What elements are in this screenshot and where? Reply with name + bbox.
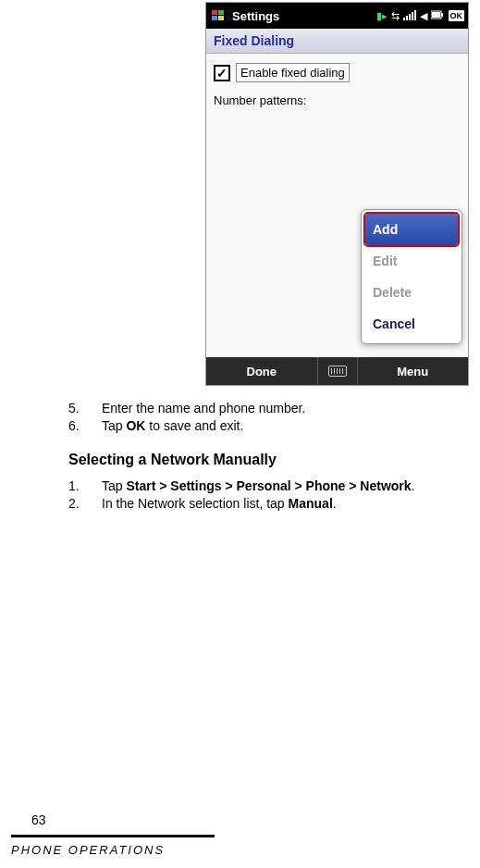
app-body: ✓ Enable fixed dialing Number patterns: … — [206, 54, 468, 357]
windows-start-icon[interactable] — [210, 7, 227, 24]
number-patterns-label: Number patterns: — [214, 93, 461, 107]
status-title: Settings — [232, 9, 279, 23]
softkey-bar: Done Menu — [206, 357, 468, 385]
step-1: 1. Tap Start > Settings > Personal > Pho… — [68, 478, 480, 495]
footer-section-title: Phone Operations — [11, 843, 165, 857]
svg-rect-3 — [218, 16, 224, 20]
steps-network: 1. Tap Start > Settings > Personal > Pho… — [68, 478, 480, 512]
footer-divider — [11, 835, 215, 837]
subheading: Selecting a Network Manually — [68, 451, 480, 469]
signal-icon — [403, 9, 416, 22]
svg-rect-6 — [432, 12, 440, 18]
menu-cancel[interactable]: Cancel — [365, 308, 458, 340]
step-text: Enter the name and phone number. — [102, 401, 305, 417]
step-text: Tap Start > Settings > Personal > Phone … — [102, 478, 414, 495]
step-number: 5. — [68, 401, 102, 417]
step-number: 2. — [68, 496, 102, 513]
enable-fixed-dialing-checkbox[interactable]: ✓ — [214, 65, 230, 81]
page-number: 63 — [31, 812, 46, 827]
phone-screenshot: Settings ▮▸ ⇆ ◀ OK Fixed Dialing ✓ Enabl… — [205, 2, 469, 386]
menu-edit: Edit — [365, 245, 458, 277]
svg-rect-2 — [212, 16, 217, 20]
keyboard-icon — [328, 366, 347, 377]
battery-icon — [431, 10, 444, 21]
context-menu: Add Edit Delete Cancel — [361, 209, 462, 344]
app-header: Fixed Dialing — [206, 29, 468, 54]
menu-delete: Delete — [365, 277, 458, 308]
step-number: 1. — [68, 478, 102, 495]
status-bar: Settings ▮▸ ⇆ ◀ OK — [206, 3, 468, 29]
steps-continued: 5. Enter the name and phone number. 6. T… — [68, 401, 480, 434]
step-text: In the Network selection list, tap Manua… — [102, 496, 337, 513]
menu-add[interactable]: Add — [365, 214, 458, 245]
step-2: 2. In the Network selection list, tap Ma… — [68, 496, 480, 513]
connectivity-icon: ▮▸ — [376, 10, 388, 22]
document-body: 5. Enter the name and phone number. 6. T… — [0, 386, 480, 512]
step-text: Tap OK to save and exit. — [102, 418, 243, 435]
svg-rect-1 — [218, 10, 224, 15]
speaker-icon: ◀ — [420, 10, 427, 22]
ok-button[interactable]: OK — [449, 10, 465, 21]
sync-icon: ⇆ — [391, 10, 400, 22]
svg-rect-5 — [441, 13, 443, 17]
step-number: 6. — [68, 418, 102, 435]
enable-fixed-dialing-label: Enable fixed dialing — [236, 63, 350, 82]
menu-button[interactable]: Menu — [358, 365, 469, 378]
done-button[interactable]: Done — [206, 365, 317, 378]
step-5: 5. Enter the name and phone number. — [68, 401, 480, 417]
svg-rect-0 — [212, 10, 217, 15]
keyboard-button[interactable] — [317, 357, 358, 385]
step-6: 6. Tap OK to save and exit. — [68, 418, 480, 435]
